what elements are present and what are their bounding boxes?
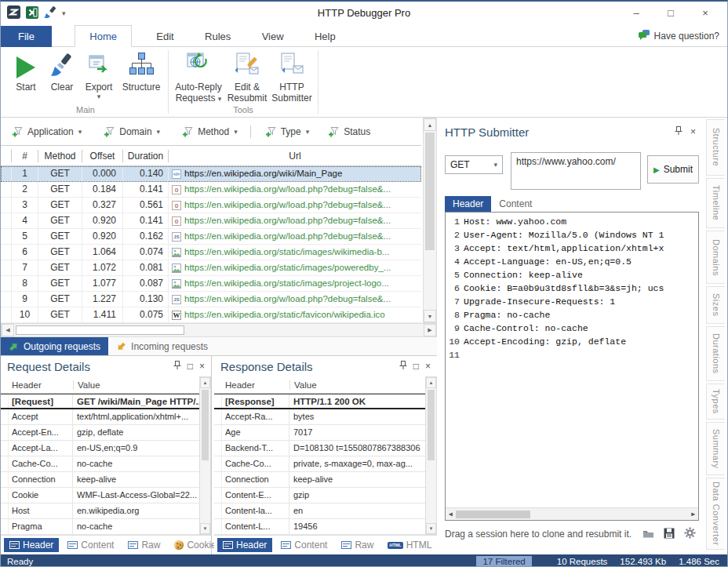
side-tab-timeline[interactable]: Timeline [706,178,725,228]
filter-application[interactable]: Application ▾ [12,126,82,137]
scroll-thumb[interactable] [428,390,435,460]
side-tab-domains[interactable]: Domains [706,231,725,284]
tab-raw[interactable]: Raw [336,538,379,552]
detail-row[interactable]: Age7017 [214,425,425,441]
detail-row[interactable]: Accept-Ra...bytes [214,409,425,425]
close-panel-icon[interactable]: × [690,126,696,137]
table-row[interactable]: 9GET1.2270.130 JShttps://en.wikipedia.or… [1,292,421,307]
save-icon[interactable] [664,528,675,541]
table-horizontal-scrollbar[interactable]: ◀ ▶ [1,323,437,337]
maximize-panel-icon[interactable]: □ [187,361,193,372]
side-tab-durations[interactable]: Durations [706,326,725,381]
edit-resubmit-button[interactable]: Edit & Resubmit [226,52,268,104]
table-vertical-scrollbar[interactable]: ▲ ▼ [423,118,437,323]
scroll-thumb[interactable] [456,511,530,518]
detail-row[interactable]: Accepttext/html,application/xhtml+... [1,409,199,425]
pin-icon[interactable] [173,360,181,373]
scroll-down-arrow[interactable]: ▼ [200,523,210,534]
col-duration[interactable]: Duration [123,150,169,162]
scroll-up-arrow[interactable]: ▲ [426,377,436,388]
export-button[interactable]: Export ▾ [81,52,117,100]
tab-header[interactable]: Header [4,538,59,552]
editor-horizontal-scrollbar[interactable]: ◀ ▶ [446,507,698,520]
detail-row[interactable]: CookieWMF-Last-Access-Global=22... [1,488,199,503]
table-row[interactable]: 10GET1.4110.075 Whttps://en.wikipedia.or… [1,307,421,323]
side-tab-summary[interactable]: Summary [706,422,725,475]
scroll-right-arrow[interactable]: ▶ [424,324,436,336]
clear-button[interactable]: Clear [45,52,79,93]
tab-view[interactable]: View [248,26,298,48]
scroll-left-arrow[interactable]: ◀ [446,511,456,518]
tab-help[interactable]: Help [300,26,350,48]
scroll-thumb[interactable] [16,325,184,335]
tab-content[interactable]: Content [62,538,119,552]
auto-reply-requests-button[interactable]: Auto-Reply Requests ▾ [173,52,224,104]
url-input[interactable]: https://www.yahoo.com/ [511,152,641,190]
tab-content[interactable]: Content [491,196,540,212]
tab-file[interactable]: File [1,26,52,48]
tab-header[interactable]: Header [445,196,491,212]
http-submitter-button[interactable]: HTTP Submitter [270,52,314,104]
scroll-thumb[interactable] [202,390,209,460]
detail-row[interactable]: [Request]GET /wiki/Main_Page HTTP/... [1,394,199,409]
header-editor[interactable]: 1Host: www.yahoo.com 2User-Agent: Mozill… [445,212,699,521]
tab-rules[interactable]: Rules [191,26,245,48]
close-button[interactable]: × [688,3,723,22]
scroll-thumb[interactable] [425,133,435,250]
col-header[interactable]: Header [222,380,289,390]
tab-header[interactable]: Header [217,538,272,552]
scroll-left-arrow[interactable]: ◀ [2,324,14,336]
filter-type[interactable]: Type ▾ [265,126,310,137]
tab-home[interactable]: Home [75,25,132,47]
detail-row[interactable]: Cache-Co...private, s-maxage=0, max-ag..… [214,456,425,472]
col-method[interactable]: Method [38,150,82,162]
start-button[interactable]: Start [9,52,43,93]
table-row[interactable]: 7GET1.0720.081 https://en.wikipedia.org/… [1,260,421,276]
submit-button[interactable]: ▶ Submit [647,155,699,184]
status-filtered-badge[interactable]: 17 Filtered [476,556,531,567]
minimize-button[interactable]: – [619,3,653,22]
col-header[interactable]: Header [9,380,73,390]
col-number[interactable]: # [12,150,38,162]
scroll-right-arrow[interactable]: ▶ [688,511,698,518]
detail-row[interactable]: Backend-T...D=108130 t=1550807867388306 [214,441,425,456]
col-offset[interactable]: Offset [82,150,123,162]
side-tab-data-converter[interactable]: Data Converter [706,478,725,550]
table-row[interactable]: 5GET0.9200.162 JShttps://en.wikipedia.or… [1,229,421,245]
table-row[interactable]: 8GET1.0770.087 https://en.wikipedia.org/… [1,276,421,292]
detail-row[interactable]: Connectionkeep-alive [214,472,425,488]
scroll-up-arrow[interactable]: ▲ [424,118,436,131]
table-row[interactable]: 2GET0.1840.141 {}https://en.wikipedia.or… [1,182,421,198]
col-value[interactable]: Value [289,380,317,390]
scroll-down-arrow[interactable]: ▼ [426,523,436,534]
detail-row[interactable]: Pragmano-cache [1,519,199,535]
scroll-down-arrow[interactable]: ▼ [424,310,436,322]
detail-row[interactable]: Cache-Co...no-cache [1,456,199,472]
folder-icon[interactable] [642,529,654,540]
detail-row[interactable]: Hosten.wikipedia.org [1,503,199,519]
table-row[interactable]: 1GET0.0000.140 </>https://en.wikipedia.o… [1,166,421,182]
table-row[interactable]: 6GET1.0640.074 https://en.wikipedia.org/… [1,245,421,260]
maximize-button[interactable]: □ [653,3,688,22]
detail-row[interactable]: Content-la...en [214,503,425,519]
side-tab-structure[interactable]: Structure [706,119,725,176]
filter-method[interactable]: Method ▾ [182,126,238,137]
method-select[interactable]: GET ▾ [445,155,503,174]
detail-row[interactable]: Content-L...19456 [214,519,425,535]
tab-incoming-requests[interactable]: Incoming requests [108,337,216,355]
scroll-up-arrow[interactable]: ▲ [200,377,210,388]
detail-row[interactable]: Content-E...gzip [214,488,425,503]
side-tab-types[interactable]: Types [706,383,725,420]
have-question-link[interactable]: Have question? [638,29,719,43]
pin-icon[interactable] [674,125,682,138]
detail-row[interactable]: Accept-En...gzip, deflate [1,425,199,441]
close-panel-icon[interactable]: × [425,361,431,372]
filter-domain[interactable]: Domain ▾ [104,126,160,137]
detail-row[interactable]: Accept-La...en-US,en;q=0.9 [1,441,199,456]
col-value[interactable]: Value [73,380,100,390]
table-row[interactable]: 4GET0.9200.141 {}https://en.wikipedia.or… [1,213,421,229]
detail-row[interactable]: [Response]HTTP/1.1 200 OK [214,394,425,409]
tab-edit[interactable]: Edit [142,26,187,48]
panel-vertical-scrollbar[interactable]: ▲ ▼ [199,376,211,535]
maximize-panel-icon[interactable]: □ [413,361,419,372]
